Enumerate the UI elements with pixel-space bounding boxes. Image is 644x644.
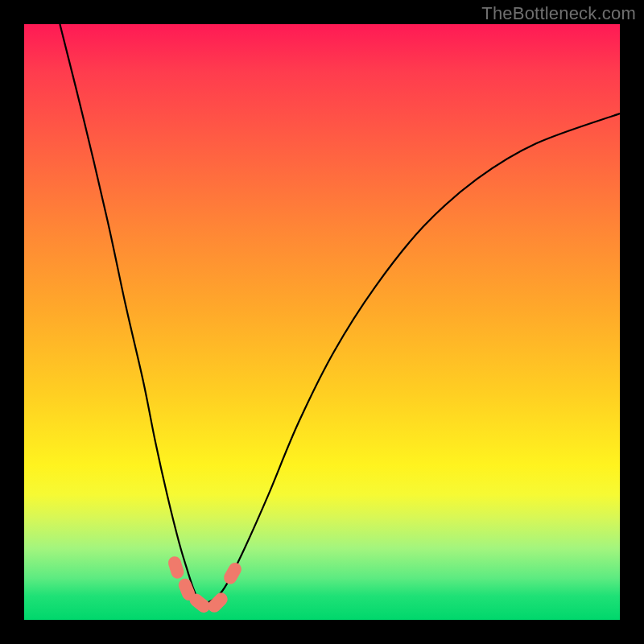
valley-marker — [187, 591, 213, 615]
watermark-text: TheBottleneck.com — [481, 3, 636, 24]
plot-area — [24, 24, 620, 620]
valley-marker — [221, 560, 244, 586]
valley-marker — [167, 555, 186, 580]
valley-markers-svg — [24, 24, 620, 620]
valley-marker — [205, 590, 230, 615]
valley-marker — [176, 576, 196, 602]
bottleneck-curve-svg — [24, 24, 620, 620]
bottleneck-curve-path — [60, 24, 620, 603]
valley-markers-group — [167, 555, 244, 615]
chart-frame: TheBottleneck.com — [0, 0, 644, 644]
